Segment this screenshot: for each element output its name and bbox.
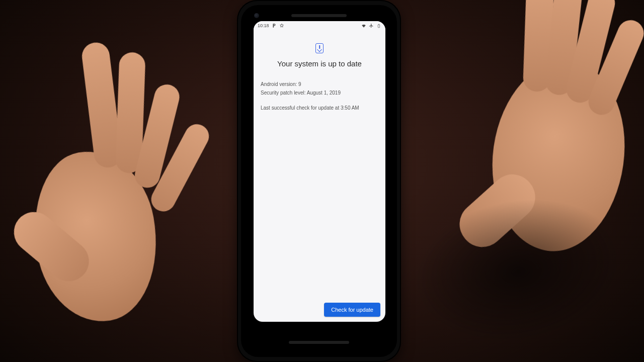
update-info-block: Android version: 9 Security patch level:…	[261, 81, 378, 112]
left-hand	[21, 142, 170, 331]
status-bar-left: 10:18	[258, 23, 284, 28]
wifi-icon	[361, 23, 366, 28]
android-version-text: Android version: 9	[261, 81, 378, 88]
system-update-icon	[261, 43, 378, 53]
scene-background: 10:18	[0, 0, 644, 362]
system-update-page: Your system is up to date Android versio…	[254, 30, 385, 112]
bottom-action-bar: Check for update	[254, 303, 385, 317]
phone-screen: 10:18	[254, 21, 385, 322]
phone-frame: 10:18	[237, 0, 401, 362]
parking-icon	[272, 23, 277, 28]
check-for-update-button[interactable]: Check for update	[324, 303, 380, 317]
security-patch-text: Security patch level: August 1, 2019	[261, 89, 378, 97]
status-time: 10:18	[258, 23, 269, 28]
bottom-speaker	[289, 341, 349, 344]
front-camera	[254, 13, 259, 18]
status-bar: 10:18	[254, 21, 385, 30]
svg-rect-1	[378, 24, 379, 24]
airplane-icon	[369, 23, 374, 28]
earpiece-speaker	[291, 14, 347, 17]
phone-bezel: 10:18	[241, 5, 397, 357]
battery-icon	[376, 23, 381, 28]
last-check-text: Last successful check for update at 3:50…	[261, 105, 378, 112]
right-hand	[480, 52, 636, 259]
star-outline-icon	[279, 23, 284, 28]
page-title: Your system is up to date	[261, 59, 378, 68]
status-bar-right	[361, 23, 381, 28]
svg-rect-0	[378, 24, 379, 27]
